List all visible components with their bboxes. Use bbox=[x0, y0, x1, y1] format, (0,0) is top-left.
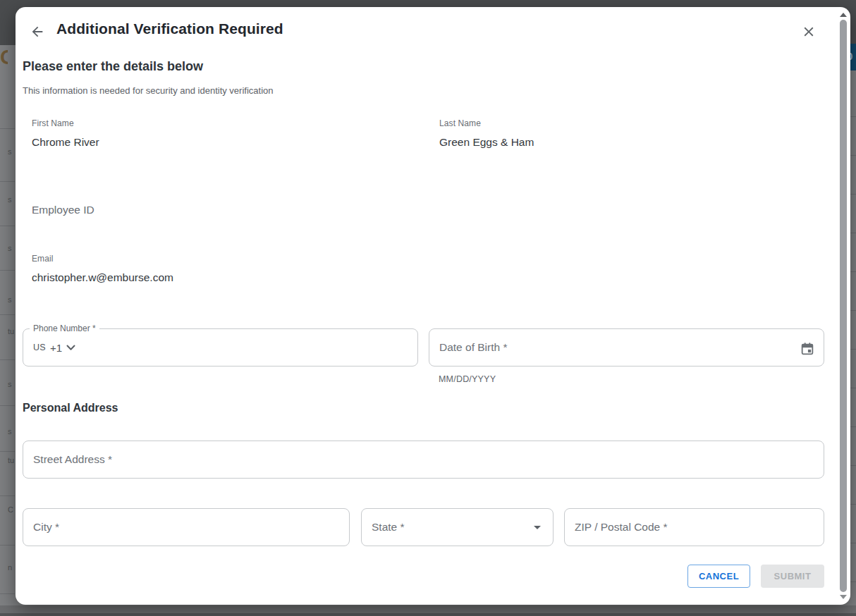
backdrop-divider bbox=[0, 545, 15, 546]
screen: O 0 sssstusstuCn Additional Verification… bbox=[0, 0, 856, 616]
phone-number-input[interactable]: Phone Number * US +1 bbox=[23, 328, 418, 366]
backdrop-text-fragment: s bbox=[8, 148, 12, 156]
chevron-down-icon bbox=[66, 345, 75, 351]
backdrop-divider bbox=[0, 128, 15, 129]
submit-button[interactable]: SUBMIT bbox=[761, 565, 824, 588]
calendar-icon bbox=[800, 341, 815, 357]
close-button[interactable] bbox=[798, 21, 819, 42]
backdrop-divider bbox=[850, 504, 856, 505]
backdrop-divider bbox=[850, 310, 856, 311]
intro-heading: Please enter the details below bbox=[23, 59, 203, 74]
backdrop-divider bbox=[0, 226, 15, 226]
backdrop-divider bbox=[850, 543, 856, 543]
last-name-value: Green Eggs & Ham bbox=[439, 136, 534, 149]
page-title: Additional Verification Required bbox=[56, 20, 283, 37]
backdrop-divider bbox=[850, 349, 856, 350]
backdrop-divider bbox=[850, 233, 856, 233]
dropdown-arrow-icon bbox=[529, 519, 546, 536]
backdrop-divider bbox=[850, 155, 856, 156]
arrow-left-icon bbox=[30, 24, 45, 39]
backdrop-divider bbox=[0, 593, 15, 594]
backdrop-text-fragment: s bbox=[8, 381, 12, 388]
street-address-input[interactable] bbox=[23, 441, 824, 479]
backdrop-text-fragment: tu bbox=[8, 328, 14, 335]
backdrop-text-fragment: s bbox=[8, 428, 12, 436]
first-name-field: First Name Chrome River bbox=[32, 118, 99, 149]
backdrop-divider bbox=[850, 271, 856, 272]
last-name-label: Last Name bbox=[439, 118, 534, 128]
modal-scrollbar[interactable] bbox=[838, 8, 849, 603]
country-code-label: US bbox=[33, 343, 46, 352]
backdrop-divider bbox=[0, 270, 15, 271]
backdrop-divider bbox=[850, 426, 856, 427]
scrollbar-thumb[interactable] bbox=[840, 20, 847, 592]
phone-number-label: Phone Number * bbox=[30, 324, 99, 333]
employee-id-field[interactable]: Employee ID bbox=[32, 204, 94, 216]
state-select-label: State * bbox=[372, 521, 405, 534]
date-of-birth-field bbox=[429, 328, 824, 366]
personal-address-heading: Personal Address bbox=[23, 402, 118, 414]
zip-postal-code-input[interactable] bbox=[564, 508, 824, 546]
email-label: Email bbox=[32, 254, 173, 264]
backdrop-divider bbox=[850, 388, 856, 388]
backdrop-divider bbox=[0, 495, 15, 496]
close-icon bbox=[801, 24, 817, 39]
backdrop-divider bbox=[0, 451, 15, 452]
backdrop-text-fragment: s bbox=[8, 245, 12, 252]
backdrop-divider bbox=[850, 581, 856, 582]
backdrop-divider bbox=[850, 194, 856, 195]
last-name-field: Last Name Green Eggs & Ham bbox=[439, 118, 534, 149]
backdrop-divider bbox=[0, 405, 15, 406]
backdrop-text-fragment: s bbox=[8, 196, 12, 204]
backdrop-text-fragment: C bbox=[8, 506, 13, 514]
email-value: christopher.w@emburse.com bbox=[32, 271, 173, 284]
backdrop-divider bbox=[850, 116, 856, 117]
email-field: Email christopher.w@emburse.com bbox=[32, 254, 173, 284]
date-of-birth-input[interactable] bbox=[429, 329, 824, 366]
state-select[interactable]: State * bbox=[361, 508, 554, 546]
backdrop-logo-fragment: O bbox=[0, 45, 8, 70]
backdrop-text-fragment: tu bbox=[8, 457, 14, 464]
backdrop-divider bbox=[0, 181, 15, 182]
scroll-down-arrow-icon[interactable] bbox=[840, 595, 847, 599]
backdrop-blue-element: 0 bbox=[850, 44, 856, 70]
phone-country-selector[interactable]: US +1 bbox=[33, 342, 75, 354]
open-calendar-button[interactable] bbox=[798, 340, 817, 358]
first-name-value: Chrome River bbox=[32, 136, 99, 149]
cancel-button[interactable]: CANCEL bbox=[687, 565, 750, 588]
verification-modal: Additional Verification Required Please … bbox=[16, 7, 850, 605]
intro-subtext: This information is needed for security … bbox=[23, 85, 274, 96]
backdrop-divider bbox=[850, 465, 856, 466]
backdrop-divider bbox=[0, 314, 15, 315]
back-button[interactable] bbox=[27, 21, 48, 42]
backdrop-text-fragment: s bbox=[8, 296, 12, 304]
first-name-label: First Name bbox=[32, 118, 99, 128]
date-format-helper: MM/DD/YYYY bbox=[439, 374, 496, 384]
backdrop-text-fragment: n bbox=[8, 564, 12, 572]
dial-code-label: +1 bbox=[50, 342, 62, 354]
backdrop-divider bbox=[0, 359, 15, 360]
scroll-up-arrow-icon[interactable] bbox=[840, 13, 847, 17]
backdrop-bottom-bar bbox=[0, 605, 856, 616]
city-input[interactable] bbox=[23, 508, 350, 546]
